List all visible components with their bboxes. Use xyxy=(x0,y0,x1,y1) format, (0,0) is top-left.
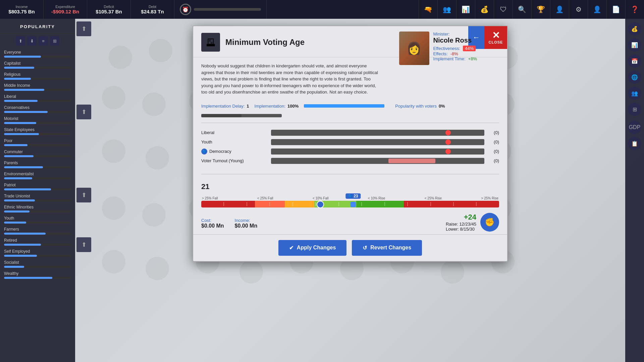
slider-current-value: 21 xyxy=(201,182,209,191)
right-icon-2[interactable]: 📊 xyxy=(628,38,641,52)
revert-label: Revert Changes xyxy=(370,245,411,251)
sidebar-filter-icon2[interactable]: ⬇ xyxy=(27,36,37,46)
sidebar-item-label: Youth xyxy=(4,216,71,221)
modal-overlay: ← ✕ CLOSE 🗳 Minimum Voting Age 👩 Ministe… xyxy=(75,19,625,362)
sidebar-bar-bg xyxy=(4,277,71,279)
slider-track-area[interactable]: 🔵 23 xyxy=(201,201,499,210)
expenditure-value: -$909.12 Bn xyxy=(51,9,79,14)
youth-marker xyxy=(445,139,451,145)
gun-icon[interactable]: 🔫 xyxy=(419,0,437,19)
question-icon[interactable]: ❓ xyxy=(625,0,644,19)
sidebar-item: Wealthy xyxy=(0,269,75,281)
slider-thumb-main[interactable] xyxy=(317,201,324,208)
cost-label: Cost: xyxy=(201,218,224,223)
people-icon[interactable]: 👥 xyxy=(437,0,456,19)
sidebar-bar-bg xyxy=(4,78,71,80)
policy-icon: 🗳 xyxy=(201,33,220,52)
sidebar-bar-bg xyxy=(4,67,71,69)
sidebar-bar-fill xyxy=(4,67,34,69)
slider-thumb-secondary[interactable] xyxy=(351,202,356,207)
close-button[interactable]: ✕ CLOSE xyxy=(484,26,507,49)
clock-icon: ⏰ xyxy=(180,4,191,15)
modal-container: ← ✕ CLOSE 🗳 Minimum Voting Age 👩 Ministe… xyxy=(193,25,508,262)
democracy-marker xyxy=(445,149,451,154)
right-icon-8[interactable]: 📋 xyxy=(628,137,641,150)
checkmark-icon: ✔ xyxy=(289,245,293,251)
right-icon-7[interactable]: GDP xyxy=(628,121,641,134)
sidebar-item: Religious xyxy=(0,70,75,81)
sidebar-bar-bg xyxy=(4,188,71,190)
sidebar-item: Ethnic Minorities xyxy=(0,203,75,214)
sidebar-bar-fill xyxy=(4,56,41,58)
sidebar-bar-bg xyxy=(4,144,71,146)
effect-label-voter-turnout: Voter Turnout (Young) xyxy=(201,158,268,163)
raise-lower-icon[interactable]: ✊ xyxy=(480,213,499,232)
policy-description: Nobody would suggest that children in ki… xyxy=(193,57,388,101)
popularity-value: 0% xyxy=(439,104,445,109)
lower-stat: Lower: 8/15/30 xyxy=(446,227,476,232)
settings-icon[interactable]: ⚙ xyxy=(569,0,588,19)
shield-icon[interactable]: 🛡 xyxy=(494,0,513,19)
sidebar-item-label: Capitalist xyxy=(4,61,71,66)
sidebar-bar-bg xyxy=(4,255,71,257)
sidebar-item-label: Retired xyxy=(4,238,71,243)
right-icon-3[interactable]: 📅 xyxy=(628,54,641,68)
minister-effectiveness: Effectiveness: 44% xyxy=(433,46,477,51)
sidebar-bar-bg xyxy=(4,199,71,201)
youth-text: Youth xyxy=(201,139,212,144)
sidebar-item-label: Environmentalist xyxy=(4,172,71,176)
apply-changes-button[interactable]: ✔ Apply Changes xyxy=(278,240,346,256)
effectiveness-value: 44% xyxy=(463,46,476,51)
income-stat: Income $803.75 Bn xyxy=(0,0,44,19)
revert-changes-button[interactable]: ↺ Revert Changes xyxy=(352,240,422,256)
slider-badge-value: 23 xyxy=(354,194,358,198)
sidebar-bar-bg xyxy=(4,166,71,168)
seg-6 xyxy=(404,201,499,207)
right-icon-5[interactable]: 👥 xyxy=(628,86,641,100)
person-icon[interactable]: 👤 xyxy=(550,0,569,19)
search-icon[interactable]: 🔍 xyxy=(513,0,531,19)
implementation-row: Implementation Delay: 1 Implementation: … xyxy=(193,101,507,120)
sidebar-item-label: Conservatives xyxy=(4,105,71,110)
sidebar-item-label: Commuter xyxy=(4,149,71,154)
sidebar-filter-icon3[interactable]: ≡ xyxy=(39,36,48,46)
popularity-item: Popularity with voters 0% xyxy=(395,104,445,109)
sidebar-bar-fill xyxy=(4,277,52,279)
label-25fall: > 25% Fall xyxy=(202,196,218,200)
impl-delay-label: Implementation Delay: xyxy=(201,104,245,109)
sidebar-item: State Employees xyxy=(0,126,75,137)
impl-item: Implementation: 100% xyxy=(255,104,299,109)
sidebar-item: Trade Unionist xyxy=(0,192,75,203)
effect-row-youth: Youth (0) xyxy=(201,139,499,145)
sidebar-bar-fill xyxy=(4,144,28,146)
label-10rise: < 10% Rise xyxy=(368,196,385,200)
document-icon[interactable]: 📄 xyxy=(606,0,625,19)
trophy-icon[interactable]: 🏆 xyxy=(531,0,550,19)
chart-icon[interactable]: 📊 xyxy=(456,0,475,19)
sidebar-item-label: Motorist xyxy=(4,116,71,121)
sidebar-bar-fill xyxy=(4,100,38,102)
sidebar-item: Youth xyxy=(0,214,75,225)
right-icon-1[interactable]: 💰 xyxy=(628,22,641,36)
cost-value: $0.00 Mn xyxy=(201,223,224,229)
right-icon-6[interactable]: ⊞ xyxy=(628,103,641,116)
raise-stat: Raise: 12/23/45 xyxy=(446,222,476,227)
right-icon-4[interactable]: 🌐 xyxy=(628,70,641,84)
dollar-icon[interactable]: 💰 xyxy=(475,0,494,19)
label-10fall: < 10% Fall xyxy=(313,196,329,200)
sidebar-item-label: Wealthy xyxy=(4,271,71,276)
implement-time-label: Implement Time: xyxy=(433,56,466,61)
liberal-marker xyxy=(445,130,451,135)
toolbar-icons: 🔫 👥 📊 💰 🛡 🔍 🏆 👤 ⚙ 👤 📄 ❓ xyxy=(419,0,644,19)
sidebar-filter-icon1[interactable]: ⬆ xyxy=(16,36,25,46)
label-25rise2: > 25% Rise xyxy=(481,196,498,200)
modal-bottom-buttons: ✔ Apply Changes ↺ Revert Changes xyxy=(193,234,507,261)
sidebar-bar-fill xyxy=(4,78,31,80)
sidebar-item: Motorist xyxy=(0,115,75,126)
sidebar-filter-icon4[interactable]: ⊞ xyxy=(50,36,59,46)
sidebar-bar-bg xyxy=(4,155,71,157)
income-label-modal: Income: xyxy=(235,218,258,223)
raise-label: Raise: xyxy=(446,222,458,227)
deficit-value: $105.37 Bn xyxy=(96,9,122,14)
profile2-icon[interactable]: 👤 xyxy=(588,0,606,19)
